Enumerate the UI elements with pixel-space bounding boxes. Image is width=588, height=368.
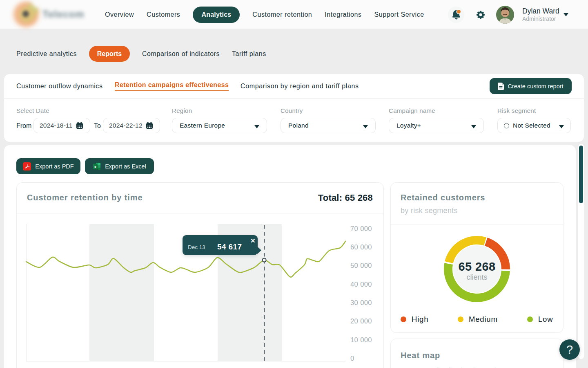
- svg-text:x: x: [94, 164, 97, 169]
